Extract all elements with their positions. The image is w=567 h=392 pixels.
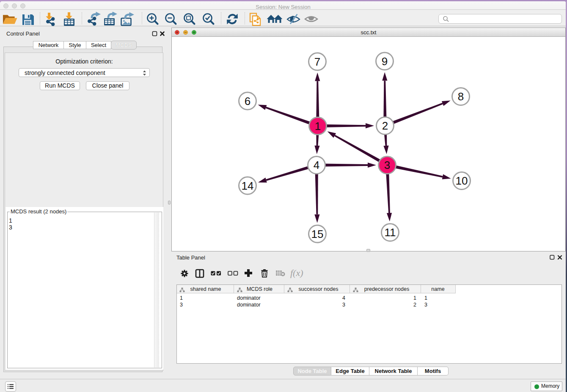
svg-text:14: 14: [242, 179, 254, 192]
svg-text:10: 10: [456, 174, 468, 187]
svg-text:9: 9: [382, 55, 388, 68]
svg-text:4: 4: [314, 159, 319, 171]
svg-text:11: 11: [385, 226, 396, 239]
svg-text:6: 6: [245, 95, 250, 108]
svg-text:3: 3: [384, 159, 390, 171]
svg-text:1: 1: [315, 120, 321, 133]
svg-text:7: 7: [314, 55, 320, 68]
svg-text:15: 15: [311, 228, 324, 240]
svg-text:8: 8: [458, 90, 464, 103]
svg-text:2: 2: [382, 119, 388, 132]
